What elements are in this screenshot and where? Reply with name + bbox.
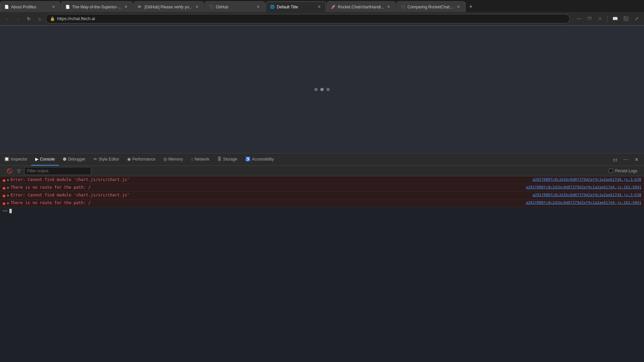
tab-rocket-chart-close[interactable]: ✕	[386, 4, 391, 10]
reload-button[interactable]: ↻	[24, 14, 34, 23]
forward-button[interactable]: ›	[13, 14, 23, 23]
dt-performance[interactable]: ◉ Performance	[123, 154, 159, 166]
dt-accessibility-icon: ♿	[245, 157, 251, 162]
dt-memory-icon: ◎	[163, 157, 167, 162]
devtools-dock-button[interactable]: ⚏	[610, 155, 620, 164]
tab-default[interactable]: 🌐 Default Title ✕	[266, 1, 326, 12]
dt-style-editor[interactable]: ✏ Style Editor	[90, 154, 123, 166]
console-toolbar: 🚫 ▽ Persist Logs	[0, 166, 644, 176]
star-button[interactable]: ☆	[595, 14, 605, 23]
tab-github-title: GitHub	[216, 5, 253, 9]
dt-accessibility-label: Accessibility	[252, 157, 274, 162]
persist-logs-toggle[interactable]: Persist Logs	[609, 169, 637, 173]
console-row-0[interactable]: ● ▶ Error: Cannot find module 'chart.js/…	[0, 176, 644, 184]
expand-arrow-0[interactable]: ▶	[7, 178, 9, 182]
tab-github-verify-title: [GitHub] Please verify yo...	[145, 5, 192, 9]
sync-button[interactable]: ⤢	[632, 14, 641, 23]
dt-console[interactable]: ▶ Console	[31, 154, 59, 166]
console-toolbar-right: Persist Logs	[609, 169, 641, 173]
expand-arrow-3[interactable]: ▶	[7, 201, 9, 205]
tab-github-verify[interactable]: ✉ [GitHub] Please verify yo... ✕	[133, 1, 204, 12]
console-msg-3: There is no route for the path: /	[11, 200, 519, 205]
error-icon-2: ●	[3, 193, 5, 198]
dt-debugger-icon: ⬣	[63, 157, 66, 162]
dt-storage[interactable]: 🗄 Storage	[213, 154, 241, 166]
url-text: https://rchat.ftech.ai	[57, 16, 566, 21]
tab-comparing[interactable]: ⚫ Comparing RocketChat:... ✕	[396, 1, 466, 12]
tab-about-favicon: 📄	[4, 5, 9, 9]
console-msg-0: Error: Cannot find module 'chart.js/src/…	[11, 177, 526, 182]
tab-default-close[interactable]: ✕	[316, 4, 322, 10]
tab-default-title: Default Title	[277, 5, 314, 9]
filter-icon: ▽	[15, 167, 23, 175]
console-msg-2: Error: Cannot find module 'chart.js/src/…	[11, 193, 526, 197]
url-bar[interactable]: 🔒 https://rchat.ftech.ai	[46, 14, 570, 23]
dt-debugger-label: Debugger	[68, 157, 86, 162]
loading-indicator	[314, 88, 330, 91]
pip-button[interactable]: ⬛	[621, 14, 631, 23]
console-cursor	[9, 209, 12, 213]
persist-logs-label: Persist Logs	[615, 169, 637, 173]
devtools-tabs: 🔲 Inspector ▶ Console ⬣ Debugger ✏ Style…	[0, 154, 608, 166]
devtools-close-button[interactable]: ✕	[632, 155, 641, 164]
console-row-3[interactable]: ● ▶ There is no route for the path: / a2…	[0, 199, 644, 207]
nav-bar: ‹ › ↻ ⌂ 🔒 https://rchat.ftech.ai ⋯ 🛡 ☆ 📖…	[0, 12, 644, 25]
reader-view-button[interactable]: 📖	[610, 14, 620, 23]
console-row-1[interactable]: ● ▶ There is no route for the path: / a2…	[0, 184, 644, 192]
console-input-row[interactable]: >>	[0, 207, 644, 215]
tab-way[interactable]: 📄 The-Way-of-the-Superior-... ✕	[61, 1, 133, 12]
console-location-3[interactable]: a201f888fc8c2d1bc0d07379d2af4c1a2ae617d4…	[519, 200, 641, 205]
console-row-2[interactable]: ● ▶ Error: Cannot find module 'chart.js/…	[0, 192, 644, 199]
dt-storage-icon: 🗄	[217, 157, 222, 162]
tab-comparing-title: Comparing RocketChat:...	[408, 5, 454, 9]
expand-arrow-1[interactable]: ▶	[7, 186, 9, 189]
console-location-2[interactable]: a201f888fc8c2d1bc0d07379d2af4c1a2ae617d4…	[526, 193, 641, 197]
new-tab-button[interactable]: +	[466, 1, 476, 12]
dt-network-icon: ↕	[191, 157, 194, 162]
dt-console-icon: ▶	[35, 157, 39, 162]
tab-github-verify-close[interactable]: ✕	[194, 4, 200, 10]
home-button[interactable]: ⌂	[35, 14, 44, 23]
tab-default-favicon: 🌐	[270, 5, 275, 9]
dt-inspector[interactable]: 🔲 Inspector	[0, 154, 31, 166]
shield-button[interactable]: 🛡	[585, 14, 594, 23]
dt-inspector-icon: 🔲	[4, 157, 9, 162]
tab-github[interactable]: ⚫ GitHub ✕	[205, 1, 265, 12]
dt-debugger[interactable]: ⬣ Debugger	[59, 154, 90, 166]
loading-dot-3	[326, 88, 330, 91]
tab-about-close[interactable]: ✕	[51, 4, 56, 10]
filter-input[interactable]	[24, 167, 91, 175]
devtools-panel: 🔲 Inspector ▶ Console ⬣ Debugger ✏ Style…	[0, 153, 644, 362]
dt-style-editor-icon: ✏	[94, 157, 97, 162]
console-msg-1: There is no route for the path: /	[11, 185, 519, 190]
dt-accessibility[interactable]: ♿ Accessibility	[241, 154, 278, 166]
dt-performance-icon: ◉	[127, 157, 131, 162]
tab-comparing-favicon: ⚫	[401, 5, 406, 9]
error-icon-3: ●	[3, 201, 5, 206]
persist-logs-checkbox[interactable]	[609, 169, 613, 173]
tab-about[interactable]: 📄 About Profiles ✕	[0, 1, 60, 12]
security-icon: 🔒	[50, 16, 55, 21]
dt-network-label: Network	[195, 157, 209, 162]
dt-memory[interactable]: ◎ Memory	[159, 154, 187, 166]
error-icon-1: ●	[3, 185, 5, 190]
back-button[interactable]: ‹	[3, 14, 12, 23]
tab-comparing-close[interactable]: ✕	[456, 4, 461, 10]
dt-storage-label: Storage	[223, 157, 237, 162]
console-location-0[interactable]: a201f888fc8c2d1bc0d07379d2af4c1a2ae617d4…	[526, 177, 641, 182]
tab-github-close[interactable]: ✕	[255, 4, 261, 10]
expand-arrow-2[interactable]: ▶	[7, 193, 9, 197]
tab-way-close[interactable]: ✕	[123, 4, 128, 10]
tab-way-title: The-Way-of-the-Superior-...	[72, 5, 121, 9]
console-toolbar-left: 🚫 ▽	[3, 167, 94, 175]
dt-style-editor-label: Style Editor	[99, 157, 119, 162]
tab-rocket-chart[interactable]: 🚀 Rocket.Chat/chartHandl... ✕	[327, 1, 395, 12]
clear-console-button[interactable]: 🚫	[5, 167, 13, 175]
bookmarks-button[interactable]: ⋯	[574, 14, 583, 23]
console-location-1[interactable]: a201f888fc8c2d1bc0d07379d2af4c1a2ae617d4…	[519, 185, 641, 189]
devtools-menu-button[interactable]: ⋯	[621, 155, 631, 164]
devtools-toolbar: 🔲 Inspector ▶ Console ⬣ Debugger ✏ Style…	[0, 154, 644, 166]
tab-bar: 📄 About Profiles ✕ 📄 The-Way-of-the-Supe…	[0, 0, 644, 12]
dt-network[interactable]: ↕ Network	[187, 154, 214, 166]
tab-github-verify-favicon: ✉	[138, 5, 143, 9]
